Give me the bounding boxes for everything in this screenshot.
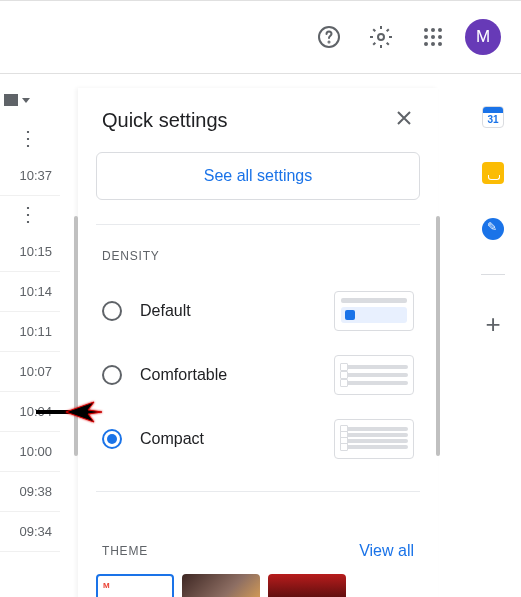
density-preview — [334, 291, 414, 331]
more-icon[interactable]: ⋮ — [0, 196, 60, 232]
density-option-compact[interactable]: Compact — [78, 407, 438, 471]
see-all-settings-button[interactable]: See all settings — [96, 152, 420, 200]
theme-thumbnail[interactable] — [96, 574, 174, 597]
panel-title: Quick settings — [102, 109, 228, 132]
svg-point-1 — [329, 42, 330, 43]
mail-time[interactable]: 09:34 — [0, 512, 60, 552]
tasks-icon[interactable] — [482, 218, 504, 240]
side-panel: + — [465, 88, 521, 340]
mail-time[interactable]: 10:15 — [0, 232, 60, 272]
divider — [96, 491, 420, 492]
divider — [481, 274, 505, 275]
svg-point-4 — [431, 28, 435, 32]
keep-icon[interactable] — [482, 162, 504, 184]
radio-icon — [102, 301, 122, 321]
svg-point-8 — [438, 35, 442, 39]
mail-list: ⋮ 10:37 ⋮ 10:15 10:14 10:11 10:07 10:04 … — [0, 88, 60, 552]
mail-time[interactable]: 10:00 — [0, 432, 60, 472]
theme-thumbnail[interactable] — [182, 574, 260, 597]
help-icon[interactable] — [309, 17, 349, 57]
svg-point-9 — [424, 42, 428, 46]
density-option-comfortable[interactable]: Comfortable — [78, 343, 438, 407]
density-label: Default — [140, 302, 316, 320]
gear-icon[interactable] — [361, 17, 401, 57]
density-section-label: DENSITY — [78, 249, 438, 279]
select-dropdown[interactable] — [0, 88, 60, 120]
more-icon[interactable]: ⋮ — [0, 120, 60, 156]
radio-icon — [102, 365, 122, 385]
svg-point-11 — [438, 42, 442, 46]
mail-time[interactable]: 10:07 — [0, 352, 60, 392]
add-icon[interactable]: + — [485, 309, 500, 340]
theme-section-label: THEME — [102, 544, 148, 558]
theme-thumbnail[interactable] — [268, 574, 346, 597]
svg-point-6 — [424, 35, 428, 39]
svg-point-7 — [431, 35, 435, 39]
theme-grid — [78, 574, 438, 597]
density-preview — [334, 355, 414, 395]
svg-point-3 — [424, 28, 428, 32]
close-icon[interactable] — [394, 108, 414, 132]
scrollbar[interactable] — [436, 216, 440, 456]
mail-time[interactable]: 10:14 — [0, 272, 60, 312]
density-preview — [334, 419, 414, 459]
quick-settings-panel: Quick settings See all settings DENSITY … — [78, 88, 438, 597]
calendar-icon[interactable] — [482, 106, 504, 128]
avatar[interactable]: M — [465, 19, 501, 55]
density-label: Comfortable — [140, 366, 316, 384]
radio-icon — [102, 429, 122, 449]
svg-point-2 — [378, 34, 384, 40]
annotation-arrow — [64, 394, 104, 434]
density-label: Compact — [140, 430, 316, 448]
density-option-default[interactable]: Default — [78, 279, 438, 343]
mail-time[interactable]: 10:11 — [0, 312, 60, 352]
mail-time[interactable]: 10:37 — [0, 156, 60, 196]
view-all-themes-button[interactable]: View all — [359, 542, 414, 560]
svg-point-5 — [438, 28, 442, 32]
apps-grid-icon[interactable] — [413, 17, 453, 57]
mail-time[interactable]: 09:38 — [0, 472, 60, 512]
svg-point-10 — [431, 42, 435, 46]
top-bar: M — [0, 0, 521, 74]
divider — [96, 224, 420, 225]
